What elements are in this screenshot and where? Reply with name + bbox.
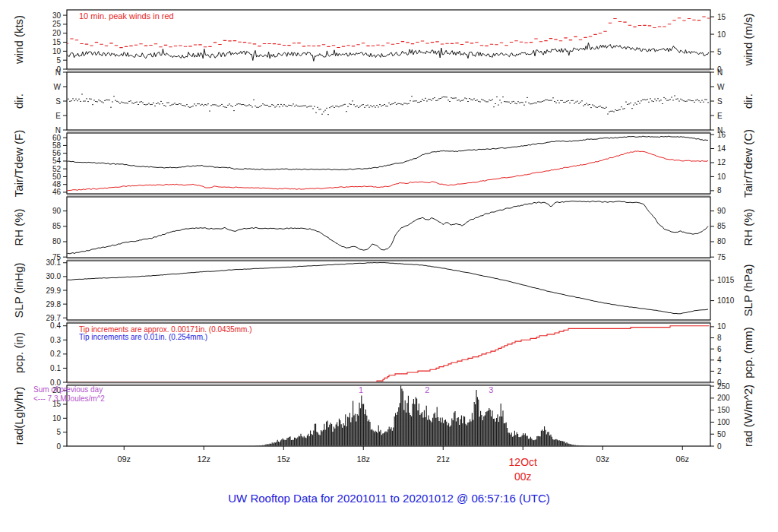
panel-slp: 29.729.829.930.030.110101015SLP (inHg)SL… xyxy=(12,258,754,322)
ytick-left: 50 xyxy=(52,173,62,181)
axis-label-left: SLP (inHg) xyxy=(12,262,25,318)
ytick-left: 29.8 xyxy=(46,300,62,309)
ytick-right: 5 xyxy=(717,48,722,56)
ytick-right: 10 xyxy=(717,322,726,331)
ytick-right: 80 xyxy=(717,237,726,245)
ytick-left: 85 xyxy=(52,222,62,230)
ytick-left: 52 xyxy=(52,165,62,173)
xtick-label: 09z xyxy=(117,454,131,464)
ytick-right: 8 xyxy=(717,186,722,195)
ytick-right: 14 xyxy=(717,144,726,153)
ytick-left: 90 xyxy=(52,207,62,215)
annotation: 3 xyxy=(489,385,493,394)
panel-frame xyxy=(67,385,710,446)
panel-frame xyxy=(67,197,710,258)
ytick-left: 25 xyxy=(52,20,62,28)
ytick-left: 46 xyxy=(52,188,62,196)
ytick-right: 16 xyxy=(717,131,726,139)
ytick-left: 0.1 xyxy=(50,364,61,372)
ytick-right: N xyxy=(717,68,723,77)
ytick-left: 54 xyxy=(52,157,62,165)
ytick-right: 15 xyxy=(717,13,726,21)
ytick-right: 50 xyxy=(717,430,726,439)
ytick-left: 30.0 xyxy=(46,272,62,280)
ytick-right: 150 xyxy=(717,406,730,414)
axis-label-right: dir. xyxy=(742,93,754,109)
ytick-left: 30.1 xyxy=(46,258,62,267)
panel-rad: 05101520050100150200250rad(Lgly/hr)rad (… xyxy=(12,381,754,451)
ytick-left: 5 xyxy=(56,56,61,65)
ytick-right: 90 xyxy=(717,207,726,215)
panel-rh: 7580859075808590RH (%)RH (%) xyxy=(12,197,754,261)
ytick-left: 10 xyxy=(52,47,62,55)
panel-pcp: 0.00.10.20.30.40246810pcp. (in)pcp. (mm)… xyxy=(12,321,754,386)
ytick-left: 56 xyxy=(52,149,62,157)
panel-frame xyxy=(67,133,710,194)
ytick-left: 5 xyxy=(56,428,61,436)
ytick-right: 0 xyxy=(717,442,722,451)
xtick-label: 12z xyxy=(197,454,210,464)
meteogram-chart: 051015202530051015wind (kts)wind (m/s)10… xyxy=(0,0,778,490)
ytick-left: S xyxy=(55,97,61,106)
axis-label-right: SLP (hPa) xyxy=(742,264,754,317)
annotation: Tip increments are 0.01in. (0.254mm.) xyxy=(79,333,207,341)
ytick-right: 1010 xyxy=(717,296,735,305)
annotation: Sum of previous day xyxy=(33,385,103,394)
chart-title: UW Rooftop Data for 20201011 to 20201012… xyxy=(0,492,778,505)
ytick-right: 8 xyxy=(717,334,722,342)
axis-label-left: Tair/Tdew (F) xyxy=(12,130,25,197)
annotation: <--- 7.3 MJoules/m^2 xyxy=(33,394,105,403)
ytick-right: 85 xyxy=(717,222,726,230)
ytick-left: 0.4 xyxy=(50,321,61,330)
ytick-left: 10 xyxy=(52,414,62,423)
annotation: 10 min. peak winds in red xyxy=(79,11,174,21)
xtick-label: 06z xyxy=(675,454,689,464)
ytick-right: 6 xyxy=(717,345,722,353)
ytick-right: 2 xyxy=(717,367,722,375)
ytick-right: 250 xyxy=(717,382,730,391)
ytick-left: 60 xyxy=(52,134,62,142)
ytick-left: 0 xyxy=(56,442,61,451)
xtick-label: 15z xyxy=(277,454,290,464)
ytick-right: 1015 xyxy=(717,276,735,284)
xtick-label: 18z xyxy=(356,454,370,464)
axis-label-right: wind (m/s) xyxy=(742,13,754,66)
axis-label-left: rad(Lgly/hr) xyxy=(12,387,25,445)
ytick-left: 80 xyxy=(52,237,62,245)
ytick-left: 0.2 xyxy=(50,350,61,358)
axis-label-right: rad (W/m^2) xyxy=(742,385,754,447)
ytick-left: N xyxy=(55,68,61,77)
ytick-left: 48 xyxy=(52,180,62,188)
panel-temp: 4648505254565860810121416Tair/Tdew (F)Ta… xyxy=(12,129,754,198)
ytick-right: E xyxy=(717,112,723,120)
ytick-right: 100 xyxy=(717,418,730,426)
ytick-left: 29.7 xyxy=(46,314,62,322)
axis-label-left: RH (%) xyxy=(12,208,25,245)
panel-frame xyxy=(67,72,710,130)
annotation: 2 xyxy=(425,385,429,394)
annotation: 1 xyxy=(359,385,363,394)
ytick-left: W xyxy=(54,83,62,91)
ytick-right: 12 xyxy=(717,158,726,166)
ytick-left: 15 xyxy=(52,38,62,46)
ytick-right: W xyxy=(717,83,725,91)
ytick-right: 10 xyxy=(717,173,726,181)
ytick-right: S xyxy=(717,97,723,106)
uw-rooftop-meteogram: 051015202530051015wind (kts)wind (m/s)10… xyxy=(0,0,778,532)
ytick-left: 0.3 xyxy=(50,336,61,344)
ytick-right: 4 xyxy=(717,356,722,364)
panel-frame xyxy=(67,261,710,320)
ytick-right: 10 xyxy=(717,30,726,39)
ytick-left: 30 xyxy=(52,11,62,20)
ytick-left: E xyxy=(55,112,61,120)
xtick-label: 21z xyxy=(436,454,450,464)
x-axis: 09z12z15z18z21z12Oct00z03z06z xyxy=(117,446,689,483)
xtick-label: 03z xyxy=(596,454,609,464)
ytick-left: 29.9 xyxy=(46,287,62,295)
ytick-left: 58 xyxy=(52,141,62,150)
panel-wind: 051015202530051015wind (kts)wind (m/s)10… xyxy=(12,10,754,74)
ytick-left: 20 xyxy=(52,29,62,37)
panel-dir: NESWNNESWNdir.dir. xyxy=(12,68,754,135)
xtick-label-date: 12Oct xyxy=(509,456,537,468)
axis-label-right: Tair/Tdew (C) xyxy=(742,129,754,198)
